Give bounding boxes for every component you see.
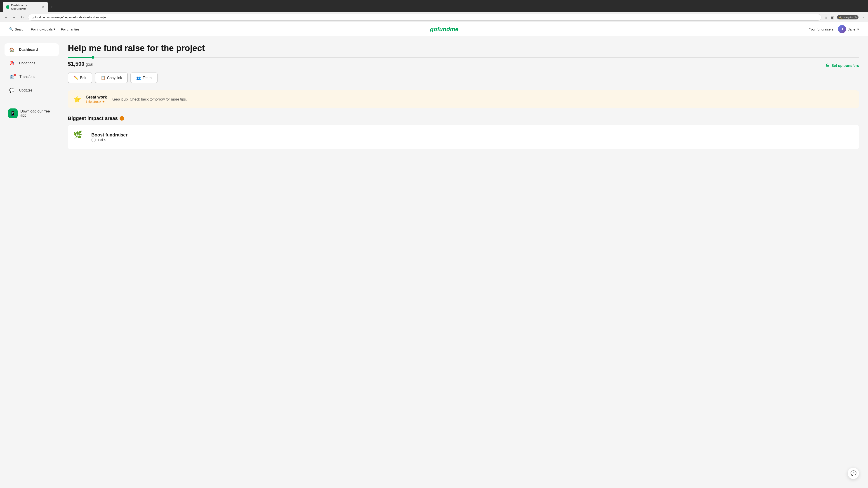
streak-content: Great work 1 tip streak ✦	[86, 95, 107, 104]
address-bar: ← → ↻ gofundme.com/manage/help-me-fund-r…	[0, 12, 868, 22]
sidebar-label-donations: Donations	[19, 61, 35, 65]
gofundme-logo[interactable]: gofundme	[430, 26, 458, 33]
sidebar-label-updates: Updates	[19, 88, 33, 92]
boost-progress: 1 of 5	[91, 138, 127, 142]
for-charities-nav-item[interactable]: For charities	[61, 27, 80, 31]
download-app-label: Download our free app	[20, 109, 55, 118]
menu-icon[interactable]: ⋮	[861, 15, 865, 20]
team-button[interactable]: 👥 Team	[130, 72, 157, 83]
streak-sub: 1 tip streak ✦	[86, 100, 107, 104]
goal-text: $1,500 goal	[68, 61, 93, 67]
biggest-impact-section-title: Biggest impact areas	[68, 116, 859, 121]
copy-link-icon: 📋	[101, 76, 105, 80]
main-layout: 🏠 Dashboard 🎯 Donations 🏦 Transfers 💬 Up…	[0, 36, 868, 488]
for-individuals-chevron-icon: ▾	[54, 27, 55, 31]
streak-title: Great work	[86, 95, 107, 100]
sidebar-item-donations[interactable]: 🎯 Donations	[4, 57, 59, 70]
nav-right: Your fundraisers J Jane ▾	[809, 25, 859, 33]
copy-link-label: Copy link	[107, 76, 122, 80]
forward-button[interactable]: →	[11, 14, 17, 21]
progress-section: $1,500 goal 🏛 Set up transfers	[68, 61, 859, 71]
progress-bar-container	[68, 57, 859, 58]
app-store-icon: 📱	[8, 108, 18, 119]
active-tab[interactable]: Dashboard - GoFundMe ✕	[3, 2, 48, 12]
for-individuals-label: For individuals	[31, 27, 53, 31]
back-button[interactable]: ←	[3, 14, 9, 21]
team-icon: 👥	[136, 76, 141, 80]
for-charities-label: For charities	[61, 27, 80, 31]
streak-star-icon: ⭐	[73, 96, 81, 103]
boost-icon-area: 🌿	[73, 130, 87, 144]
edit-icon: ✏️	[74, 76, 78, 80]
donations-icon: 🎯	[8, 60, 16, 67]
browser-nav-buttons: ← → ↻	[3, 14, 25, 21]
set-up-transfers-link[interactable]: 🏛 Set up transfers	[826, 64, 859, 68]
impact-badge	[120, 116, 124, 121]
progress-bar-fill	[68, 57, 92, 58]
sidebar: 🏠 Dashboard 🎯 Donations 🏦 Transfers 💬 Up…	[0, 36, 63, 488]
copy-link-button[interactable]: 📋 Copy link	[95, 72, 128, 83]
browser-chrome: Dashboard - GoFundMe ✕ +	[0, 0, 868, 12]
user-name: Jane	[848, 27, 855, 31]
set-up-transfers-label: Set up transfers	[831, 64, 859, 68]
bookmark-icon[interactable]: ☆	[824, 15, 828, 20]
streak-banner: ⭐ Great work 1 tip streak ✦ Keep it up. …	[68, 90, 859, 108]
boost-title: Boost fundraiser	[91, 132, 127, 138]
chat-icon: 💬	[850, 470, 857, 476]
streak-message: Keep it up. Check back tomorrow for more…	[112, 97, 187, 101]
boost-progress-circle	[91, 138, 96, 142]
tab-close-button[interactable]: ✕	[42, 5, 44, 8]
boost-card-content: Boost fundraiser 1 of 5	[91, 132, 127, 142]
incognito-icon: 🕵	[839, 16, 842, 19]
sidebar-label-transfers: Transfers	[20, 75, 35, 79]
for-individuals-nav-item[interactable]: For individuals ▾	[31, 27, 56, 31]
user-menu-chevron-icon: ▾	[857, 27, 859, 31]
tab-title: Dashboard - GoFundMe	[11, 4, 40, 10]
boost-progress-label: 1 of 5	[98, 138, 105, 142]
user-menu[interactable]: J Jane ▾	[838, 25, 859, 33]
edit-label: Edit	[80, 76, 86, 80]
user-avatar: J	[838, 25, 846, 33]
edit-button[interactable]: ✏️ Edit	[68, 72, 92, 83]
goal-amount: $1,500	[68, 61, 84, 67]
url-bar[interactable]: gofundme.com/manage/help-me-fund-raise-f…	[28, 14, 822, 21]
streak-label: 1 tip streak	[86, 100, 101, 103]
logo-text: gofundme	[430, 26, 458, 33]
bank-icon: 🏛	[826, 64, 830, 68]
boost-icon: 🌿	[73, 131, 82, 139]
transfers-badge	[13, 74, 16, 76]
sidebar-item-updates[interactable]: 💬 Updates	[4, 84, 59, 97]
url-text: gofundme.com/manage/help-me-fund-raise-f…	[32, 15, 107, 19]
tab-favicon	[6, 5, 9, 8]
boost-card: 🌿 Boost fundraiser 1 of 5	[68, 125, 859, 149]
progress-dot	[92, 56, 94, 59]
gfm-nav: 🔍 Search For individuals ▾ For charities…	[0, 22, 868, 36]
streak-spark-icon: ✦	[102, 100, 105, 103]
incognito-badge: 🕵 Incognito (2)	[837, 15, 859, 20]
sidebar-label-dashboard: Dashboard	[19, 48, 38, 52]
search-label: Search	[15, 27, 26, 31]
new-tab-button[interactable]: +	[49, 4, 55, 10]
page-title: Help me fund raise for the project	[68, 43, 859, 53]
search-icon: 🔍	[9, 27, 13, 31]
action-buttons: ✏️ Edit 📋 Copy link 👥 Team	[68, 72, 859, 83]
incognito-label: Incognito (2)	[843, 16, 857, 19]
search-nav-item[interactable]: 🔍 Search	[9, 27, 26, 31]
download-app-section[interactable]: 📱 Download our free app	[4, 106, 59, 121]
updates-icon: 💬	[8, 87, 16, 94]
goal-label: goal	[86, 62, 93, 67]
sidebar-item-transfers[interactable]: 🏦 Transfers	[4, 70, 59, 83]
nav-left: 🔍 Search For individuals ▾ For charities	[9, 27, 80, 31]
reload-button[interactable]: ↻	[19, 14, 25, 21]
chat-button[interactable]: 💬	[848, 468, 859, 479]
team-label: Team	[143, 76, 151, 80]
browser-actions: ☆ ▣ 🕵 Incognito (2) ⋮	[824, 15, 865, 20]
sidebar-item-dashboard[interactable]: 🏠 Dashboard	[4, 43, 59, 56]
home-icon: 🏠	[8, 46, 16, 53]
tab-bar: Dashboard - GoFundMe ✕ +	[3, 2, 865, 12]
biggest-impact-title: Biggest impact areas	[68, 116, 118, 121]
extensions-icon[interactable]: ▣	[831, 15, 834, 20]
main-content: Help me fund raise for the project $1,50…	[63, 36, 868, 488]
your-fundraisers-link[interactable]: Your fundraisers	[809, 27, 834, 31]
